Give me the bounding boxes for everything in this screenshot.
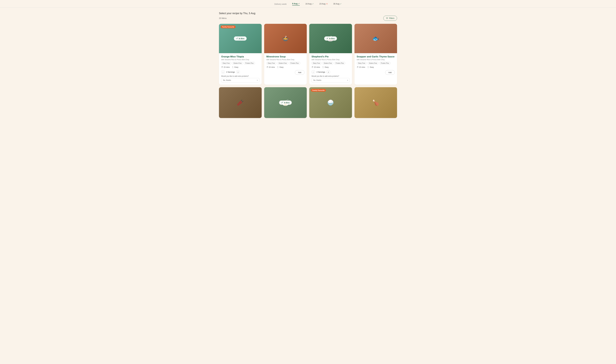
filters-button[interactable]: Filters	[383, 16, 397, 21]
chef-icon-sp: 🍴	[322, 66, 324, 68]
family-favourite-badge-rice: Family Favourite	[311, 89, 326, 92]
increase-servings-tilapia[interactable]: +	[236, 70, 240, 74]
tags-shepherds-pie: Diary Free Gluten-Free Protein Plus	[311, 62, 350, 65]
card-image-schnitzel: 🍗	[355, 87, 397, 118]
recipe-sub-snapper: with Sesame Rice & Ponzu Bok Choy	[357, 59, 395, 61]
recipe-card-pasta: 🍝 ✓ In Box	[264, 87, 307, 118]
family-favourite-badge: Family Favourite	[221, 26, 236, 28]
in-box-badge-tilapia: ✓ In Box	[234, 36, 247, 41]
card-image-tilapia: 🍽 Family Favourite ✓ In Box	[219, 24, 262, 53]
in-box-badge-pasta: ✓ In Box	[279, 101, 292, 105]
extra-protein-label: Would you like to add extra proteins?	[221, 75, 259, 77]
extra-protein-tilapia: Would you like to add extra proteins? No…	[221, 75, 259, 82]
recipe-actions-minestrone: Add	[266, 70, 305, 75]
chef-icon-m: 🍴	[277, 66, 279, 68]
check-icon-9aug: ✓	[298, 3, 300, 5]
clock-icon-sp: ⏱	[311, 66, 313, 68]
servings-count-tilapia: 2 Servings	[226, 71, 235, 73]
check-icon-16aug: ✓	[312, 3, 314, 5]
recipe-sub-minestrone: with Sesame Rice & Ponzu Bok Choy	[266, 59, 305, 61]
x-icon-23aug: ✕	[326, 3, 328, 5]
clock-icon-m: ⏱	[266, 66, 268, 68]
filter-icon	[386, 17, 388, 19]
add-button-minestrone[interactable]: Add	[295, 70, 305, 75]
time-meta-sp: ⏱ 15 mins	[311, 66, 320, 68]
recipe-sub-shepherds-pie: with Sesame Rice & Ponzu Bok Choy	[311, 59, 350, 61]
recipe-card-minestrone: 🍲 Minestrone Soup with Sesame Rice & Pon…	[264, 24, 307, 85]
recipe-actions-tilapia: − 2 Servings +	[221, 70, 259, 74]
week-16aug[interactable]: 16 Aug ✓	[305, 3, 314, 5]
recipe-card-tilapia: 🍽 Family Favourite ✓ In Box Orange-Miso …	[219, 24, 262, 85]
recipe-card-schnitzel: 🍗	[355, 87, 397, 118]
inbox-check-icon-pasta: ✓	[281, 101, 283, 104]
servings-count-sp: 2 Servings	[317, 71, 325, 73]
food-image-fried-rice: 🍚	[309, 87, 352, 118]
in-box-badge-shepherds-pie: ✓ In Box	[324, 36, 337, 41]
card-body-shepherds-pie: Shepherd's Pie with Sesame Rice & Ponzu …	[309, 53, 352, 85]
recipe-actions-snapper: Add	[357, 70, 395, 75]
extra-protein-select-sp[interactable]: No, thanks Yes, please	[311, 78, 350, 82]
inbox-check-icon: ✓	[236, 37, 238, 40]
clock-icon: ⏱	[221, 66, 223, 68]
recipe-name-snapper: Snapper and Garlic Thyme Sauce	[357, 55, 395, 58]
tag-protein-plus: Protein Plus	[244, 62, 255, 65]
section-title: Select your recipe by Thu, 5 Aug	[219, 12, 397, 15]
tag-gluten-free-sn: Gluten-Free	[368, 62, 379, 65]
recipe-card-stir-fry: 🥢	[219, 87, 262, 118]
servings-control-sp: − 2 Servings +	[311, 70, 330, 74]
time-meta: ⏱ 15 mins	[221, 66, 230, 68]
card-image-minestrone: 🍲	[264, 24, 307, 53]
tag-protein-plus-sn: Protein Plus	[379, 62, 390, 65]
tag-diary-free-sp: Diary Free	[311, 62, 321, 65]
recipe-name-tilapia: Orange-Miso Tilapia	[221, 55, 259, 58]
recipe-meta-shepherds-pie: ⏱ 15 mins 🍴 Easy	[311, 66, 350, 68]
menu-header: 20 Menu Filters	[219, 16, 397, 21]
extra-protein-select-tilapia[interactable]: No, thanks Yes, please	[221, 78, 259, 82]
extra-protein-select-wrapper: No, thanks Yes, please ▾	[221, 78, 259, 82]
tag-protein-plus-m: Protein Plus	[289, 62, 300, 65]
week-30aug[interactable]: 30 Aug ✓	[333, 3, 342, 5]
tag-gluten-free: Gluten-Free	[232, 62, 243, 65]
decrease-servings-tilapia[interactable]: −	[221, 70, 225, 74]
check-icon-30aug: ✓	[340, 3, 342, 5]
delivery-week-label: Delivery week	[274, 3, 287, 5]
extra-protein-select-wrapper-sp: No, thanks Yes, please ▾	[311, 78, 350, 82]
food-image-snapper: 🐟	[355, 24, 397, 53]
recipe-name-shepherds-pie: Shepherd's Pie	[311, 55, 350, 58]
food-image-schnitzel: 🍗	[355, 87, 397, 118]
chef-icon: 🍴	[232, 66, 234, 68]
chef-icon-sn: 🍴	[367, 66, 369, 68]
recipe-name-minestrone: Minestrone Soup	[266, 55, 305, 58]
card-image-stir-fry: 🥢	[219, 87, 262, 118]
tags-tilapia: Diary Free Gluten-Free Protein Plus	[221, 62, 259, 65]
extra-protein-sp: Would you like to add extra proteins? No…	[311, 75, 350, 82]
food-image-stir-fry: 🥢	[219, 87, 262, 118]
difficulty-meta-sp: 🍴 Easy	[322, 66, 329, 68]
menu-count: 20 Menu	[219, 17, 227, 19]
recipe-sub-tilapia: with Sesame Rice & Ponzu Bok Choy	[221, 59, 259, 61]
card-body-snapper: Snapper and Garlic Thyme Sauce with Sesa…	[355, 53, 397, 77]
recipe-meta-minestrone: ⏱ 15 mins 🍴 Easy	[266, 66, 305, 68]
tag-diary-free-m: Diary Free	[266, 62, 276, 65]
recipe-actions-shepherds-pie: − 2 Servings +	[311, 70, 350, 74]
recipe-meta-tilapia: ⏱ 15 mins 🍴 Easy	[221, 66, 259, 68]
time-meta-sn: ⏱ 15 mins	[357, 66, 365, 68]
add-button-snapper[interactable]: Add	[385, 70, 395, 75]
increase-servings-sp[interactable]: +	[326, 70, 330, 74]
main-content: Select your recipe by Thu, 5 Aug 20 Menu…	[216, 8, 400, 124]
card-image-pasta: 🍝 ✓ In Box	[264, 87, 307, 118]
tags-snapper: Diary Free Gluten-Free Protein Plus	[357, 62, 395, 65]
servings-control-tilapia: − 2 Servings +	[221, 70, 240, 74]
week-9aug[interactable]: 9 Aug ✓	[292, 2, 300, 6]
difficulty-meta: 🍴 Easy	[232, 66, 238, 68]
tag-gluten-free-m: Gluten-Free	[277, 62, 288, 65]
decrease-servings-sp[interactable]: −	[311, 70, 315, 74]
time-meta-m: ⏱ 15 mins	[266, 66, 275, 68]
tag-diary-free-sn: Diary Free	[357, 62, 367, 65]
difficulty-meta-m: 🍴 Easy	[277, 66, 283, 68]
week-23aug[interactable]: 23 Aug ✕	[319, 3, 328, 5]
tag-diary-free: Diary Free	[221, 62, 231, 65]
recipe-card-snapper: 🐟 Snapper and Garlic Thyme Sauce with Se…	[355, 24, 397, 85]
inbox-check-icon-sp: ✓	[326, 37, 328, 40]
tags-minestrone: Diary Free Gluten-Free Protein Plus	[266, 62, 305, 65]
